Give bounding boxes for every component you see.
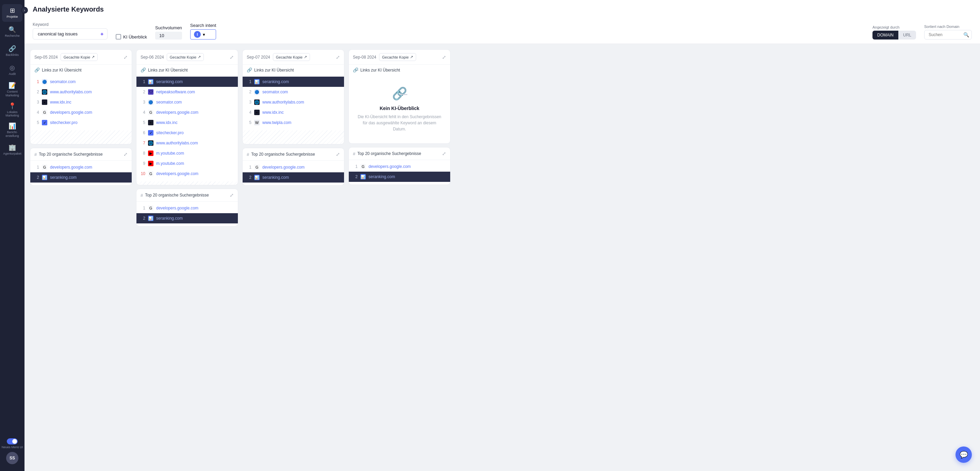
org-url-1-1: seranking.com xyxy=(156,216,183,221)
user-avatar[interactable]: SS xyxy=(6,452,18,464)
date-column-3: Sep-08 2024 Gecachte Kopie ↗ ⤢ 🔗̶ Links … xyxy=(348,49,450,466)
result-rank-0-2: 3 xyxy=(34,100,39,105)
recherche-icon: 🔍 xyxy=(8,27,16,33)
btn-url[interactable]: URL xyxy=(898,30,916,40)
org-connector-1-1: ├─ xyxy=(238,217,238,220)
sidebar-item-lokales-marketing[interactable]: 📍 Lokales Marketing xyxy=(2,101,22,120)
organic-result-item-1-0[interactable]: 1 G developers.google.com xyxy=(137,203,238,213)
ki-ubersicht-check[interactable]: KI Überblick xyxy=(116,34,147,40)
sidebar-item-audit[interactable]: ◎ Audit xyxy=(2,61,22,79)
main-content: Analysierte Keywords Keyword ✦ KI Überbl… xyxy=(24,0,980,471)
ki-title-2: Links zur KI Übersicht xyxy=(254,68,294,73)
organic-result-item-2-1[interactable]: 2 📊 seranking.com ├─ xyxy=(243,172,344,182)
organic-title-1: Top 20 organische Suchergebnisse xyxy=(145,193,208,198)
ki-result-item-1-9[interactable]: 10 G developers.google.com xyxy=(137,169,238,179)
search-intent-dropdown[interactable]: I ▾ xyxy=(190,29,216,40)
result-url-1-5: sitechecker.pro xyxy=(156,131,184,135)
organic-result-item-1-1[interactable]: 2 📊 seranking.com ├─ xyxy=(137,213,238,224)
keyword-col: Keyword ✦ xyxy=(33,22,108,40)
organic-result-item-3-0[interactable]: 1 G developers.google.com xyxy=(349,161,450,172)
ki-result-item-1-0[interactable]: 1 📊 seranking.com ├─ xyxy=(137,77,238,87)
organic-expand-0[interactable]: ⤢ xyxy=(124,152,127,157)
organic-title-wrap-0: # Top 20 organische Suchergebnisse xyxy=(34,152,103,157)
org-rank-2-1: 2 xyxy=(247,175,251,180)
card-expand-3[interactable]: ⤢ xyxy=(442,54,446,60)
ki-result-item-1-4[interactable]: 5 ▪ www.idx.inc xyxy=(137,118,238,128)
org-url-2-1: seranking.com xyxy=(262,175,289,180)
result-rank-2-1: 2 xyxy=(247,89,251,94)
ki-result-item-0-2[interactable]: 3 ▪ www.idx.inc xyxy=(30,97,132,107)
ki-result-item-1-7[interactable]: 8 ▶ m.youtube.com xyxy=(137,148,238,158)
organic-expand-2[interactable]: ⤢ xyxy=(336,152,340,157)
ki-title-3: Links zur KI Übersicht xyxy=(360,68,400,73)
cached-btn-2[interactable]: Gecachte Kopie ↗ xyxy=(273,53,310,61)
card-date-1: Sep-06 2024 xyxy=(140,55,164,60)
ki-result-item-1-3[interactable]: 4 G developers.google.com xyxy=(137,107,238,118)
sidebar-item-projekte[interactable]: ⊞ Projekte xyxy=(2,4,22,22)
sidebar-label-content-marketing: Content Marketing xyxy=(3,90,21,97)
result-rank-2-0: 1 xyxy=(247,79,251,84)
organic-result-item-2-0[interactable]: 1 G developers.google.com xyxy=(243,162,344,172)
keyword-icon: ✦ xyxy=(100,30,104,37)
result-favicon-1-4: ▪ xyxy=(148,120,153,125)
intent-i-badge: I xyxy=(194,31,201,38)
new-menu-toggle[interactable] xyxy=(7,438,18,444)
card-expand-1[interactable]: ⤢ xyxy=(230,54,234,60)
ki-section-title-1: 🔗 Links zur KI Übersicht xyxy=(137,65,238,75)
organic-card-0: # Top 20 organische Suchergebnisse ⤢ 1 G… xyxy=(30,148,132,185)
ki-checkbox[interactable] xyxy=(116,34,121,40)
organic-expand-3[interactable]: ⤢ xyxy=(442,151,446,156)
content-marketing-icon: 📝 xyxy=(8,82,16,89)
sidebar-item-backlinks[interactable]: 🔗 Backlinks xyxy=(2,42,22,60)
result-rank-1-5: 6 xyxy=(140,131,145,135)
organic-result-list-1: 1 G developers.google.com 2 📊 seranking.… xyxy=(137,202,238,226)
result-rank-0-4: 5 xyxy=(34,120,39,125)
result-rank-1-1: 2 xyxy=(140,89,145,94)
ki-result-item-2-1[interactable]: 2 🔵 seomator.com xyxy=(243,87,344,97)
sidebar-item-content-marketing[interactable]: 📝 Content Marketing xyxy=(2,80,22,99)
sidebar-item-recherche[interactable]: 🔍 Recherche xyxy=(2,23,22,41)
org-favicon-0-0: G xyxy=(42,164,47,170)
organic-result-item-3-1[interactable]: 2 📊 seranking.com xyxy=(349,172,450,182)
result-favicon-2-0: 📊 xyxy=(254,79,259,85)
sidebar-item-agenturpaket[interactable]: 🏢 Agenturpaket xyxy=(2,141,22,159)
cached-btn-0[interactable]: Gecachte Kopie ↗ xyxy=(60,53,98,61)
ki-result-item-1-2[interactable]: 3 🔵 seomator.com xyxy=(137,97,238,107)
ki-result-item-2-4[interactable]: 5 W www.twipla.com xyxy=(243,118,344,128)
ki-result-item-1-1[interactable]: 2 🛡 netpeaksoftware.com xyxy=(137,87,238,97)
chain-icon-3: 🔗̶ xyxy=(353,67,358,73)
card-expand-2[interactable]: ⤢ xyxy=(336,54,340,60)
ki-result-item-0-3[interactable]: 4 G developers.google.com xyxy=(30,107,132,118)
card-expand-0[interactable]: ⤢ xyxy=(124,54,127,60)
organic-result-item-0-0[interactable]: 1 G developers.google.com xyxy=(30,162,132,172)
result-favicon-2-3: ▪ xyxy=(254,110,259,115)
cached-btn-3[interactable]: Gecachte Kopie ↗ xyxy=(379,53,416,61)
ki-result-item-1-5[interactable]: 6 ✓ sitechecker.pro xyxy=(137,128,238,138)
ki-result-item-0-0[interactable]: 1 🔵 seomator.com xyxy=(30,77,132,87)
organic-header-0: # Top 20 organische Suchergebnisse ⤢ xyxy=(30,148,132,161)
ki-result-item-2-2[interactable]: 3 🌐 www.authoritylabs.com xyxy=(243,97,344,107)
chat-fab-button[interactable]: 💬 xyxy=(956,447,972,463)
result-url-1-8: m.youtube.com xyxy=(156,161,184,166)
ki-result-item-0-4[interactable]: 5 ✓ sitechecker.pro xyxy=(30,118,132,128)
ki-card-2: Sep-07 2024 Gecachte Kopie ↗ ⤢ 🔗 Links z… xyxy=(242,49,344,144)
organic-result-item-0-1[interactable]: 2 📊 seranking.com ├─ xyxy=(30,172,132,182)
ki-result-item-2-0[interactable]: 1 📊 seranking.com ├─ xyxy=(243,77,344,87)
result-rank-1-6: 7 xyxy=(140,141,145,145)
organic-expand-1[interactable]: ⤢ xyxy=(230,192,234,198)
diagonal-bg-1 xyxy=(137,182,238,185)
ki-result-item-2-3[interactable]: 4 ▪ www.idx.inc xyxy=(243,107,344,118)
lokales-marketing-icon: 📍 xyxy=(8,103,16,109)
sidebar-collapse-button[interactable]: › xyxy=(21,7,28,14)
ki-result-item-0-1[interactable]: 2 🌐 www.authoritylabs.com xyxy=(30,87,132,97)
sidebar-item-berichterstattung[interactable]: 📊 Bericht-erstellung xyxy=(2,121,22,140)
ki-result-item-1-6[interactable]: 7 🌐 www.authoritylabs.com xyxy=(137,138,238,148)
keyword-input[interactable] xyxy=(33,28,108,40)
cached-btn-1[interactable]: Gecachte Kopie ↗ xyxy=(167,53,204,61)
btn-domain[interactable]: DOMAIN xyxy=(872,30,898,40)
angezeigt-label: Angezeigt durch xyxy=(872,25,916,29)
org-rank-0-0: 1 xyxy=(34,165,39,169)
ki-result-item-1-8[interactable]: 9 ▶ m.youtube.com xyxy=(137,158,238,169)
result-favicon-1-5: ✓ xyxy=(148,130,153,136)
result-url-1-1: netpeaksoftware.com xyxy=(156,89,195,94)
